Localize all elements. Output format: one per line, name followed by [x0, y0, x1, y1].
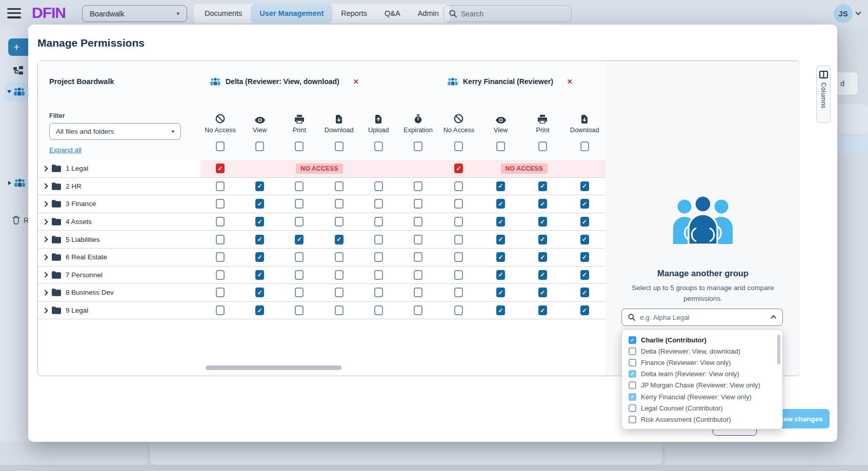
project-selector[interactable]: Boardwalk ▾ — [82, 5, 187, 22]
group-search[interactable] — [621, 309, 783, 326]
select-all-checkbox[interactable] — [255, 141, 264, 151]
permission-checkbox[interactable] — [374, 199, 383, 209]
permission-checkbox[interactable] — [580, 217, 589, 227]
group-search-input[interactable] — [640, 314, 768, 321]
permission-checkbox[interactable] — [335, 235, 344, 244]
option-checkbox[interactable] — [629, 404, 636, 412]
permission-checkbox[interactable] — [295, 235, 304, 244]
permission-checkbox[interactable] — [538, 288, 547, 297]
tab-user-management[interactable]: User Management — [251, 4, 332, 23]
permission-checkbox[interactable] — [255, 199, 264, 209]
select-all-checkbox[interactable] — [454, 141, 463, 151]
permission-checkbox[interactable] — [216, 288, 225, 297]
permission-checkbox[interactable] — [295, 305, 304, 315]
permission-checkbox[interactable] — [216, 252, 225, 262]
permission-checkbox[interactable] — [374, 217, 383, 227]
permission-checkbox[interactable] — [335, 217, 344, 227]
option-checkbox[interactable] — [629, 370, 636, 378]
sidebar-item-selected-group[interactable] — [4, 83, 30, 101]
permission-checkbox[interactable] — [454, 270, 463, 280]
permission-checkbox[interactable] — [255, 270, 264, 280]
expand-all-link[interactable]: Expand all — [49, 146, 82, 154]
chevron-right-icon[interactable] — [42, 201, 48, 207]
permission-checkbox[interactable] — [538, 217, 547, 227]
permission-checkbox[interactable] — [496, 181, 505, 191]
group-option[interactable]: Legal Counsel (Contributor) — [629, 402, 782, 414]
permission-checkbox[interactable] — [255, 217, 264, 227]
avatar[interactable]: JS — [834, 4, 853, 23]
permission-checkbox[interactable] — [295, 252, 304, 262]
chevron-right-icon[interactable] — [42, 308, 48, 313]
permission-checkbox[interactable] — [496, 270, 505, 280]
permission-checkbox[interactable] — [580, 252, 589, 262]
permission-checkbox[interactable] — [496, 252, 505, 262]
option-checkbox[interactable] — [629, 336, 636, 344]
option-checkbox[interactable] — [629, 416, 636, 423]
permission-checkbox[interactable] — [335, 270, 344, 280]
select-all-checkbox[interactable] — [335, 141, 344, 151]
permission-checkbox[interactable] — [538, 235, 547, 244]
permission-checkbox[interactable] — [374, 252, 383, 262]
chevron-right-icon[interactable] — [42, 219, 48, 224]
hamburger-menu-icon[interactable] — [7, 8, 21, 19]
permission-checkbox[interactable] — [454, 288, 463, 297]
permission-checkbox[interactable] — [580, 235, 589, 244]
select-all-checkbox[interactable] — [496, 141, 505, 151]
permission-checkbox[interactable] — [538, 305, 547, 315]
global-search[interactable] — [443, 5, 572, 22]
permission-checkbox[interactable] — [414, 235, 422, 244]
dropdown-scrollbar[interactable] — [777, 335, 780, 364]
select-all-checkbox[interactable] — [538, 141, 547, 151]
group-option[interactable]: Charlie (Contributor) — [629, 334, 782, 345]
permission-checkbox[interactable] — [414, 305, 422, 315]
option-checkbox[interactable] — [629, 359, 636, 366]
permission-checkbox[interactable] — [255, 305, 264, 315]
permission-checkbox[interactable] — [414, 288, 422, 297]
option-checkbox[interactable] — [629, 381, 636, 389]
permission-checkbox[interactable] — [454, 199, 463, 209]
select-all-checkbox[interactable] — [374, 141, 383, 151]
permission-checkbox[interactable] — [580, 288, 589, 297]
remove-group-icon[interactable]: ✕ — [353, 77, 359, 86]
sidebar-item-trash[interactable]: R — [12, 216, 29, 224]
select-all-checkbox[interactable] — [295, 141, 304, 151]
permission-checkbox[interactable] — [216, 270, 225, 280]
group-option[interactable]: Delta (Reviewer: View, download) — [629, 345, 782, 357]
permission-checkbox[interactable] — [454, 181, 463, 191]
permission-checkbox[interactable] — [255, 235, 264, 244]
columns-side-tab[interactable]: Columns — [816, 66, 831, 123]
horizontal-scrollbar[interactable] — [206, 365, 341, 370]
permission-checkbox[interactable] — [414, 181, 422, 191]
permission-checkbox[interactable] — [374, 270, 383, 280]
permission-checkbox[interactable] — [538, 270, 547, 280]
permission-checkbox[interactable] — [454, 305, 463, 315]
search-input[interactable] — [461, 10, 558, 18]
permission-checkbox[interactable] — [454, 252, 463, 262]
permission-checkbox[interactable] — [216, 181, 225, 191]
permission-checkbox[interactable] — [496, 199, 505, 209]
option-checkbox[interactable] — [629, 347, 636, 355]
permission-checkbox[interactable] — [335, 199, 344, 209]
permission-checkbox[interactable] — [414, 270, 422, 280]
tab-qa[interactable]: Q&A — [376, 4, 409, 23]
permission-checkbox[interactable] — [496, 288, 505, 297]
permission-checkbox[interactable] — [295, 199, 304, 209]
remove-group-icon[interactable]: ✕ — [567, 77, 573, 86]
chevron-right-icon[interactable] — [42, 183, 48, 189]
chevron-right-icon[interactable] — [42, 290, 48, 295]
permission-checkbox[interactable] — [255, 288, 264, 297]
permission-checkbox[interactable] — [580, 181, 589, 191]
permission-checkbox[interactable] — [374, 181, 383, 191]
permission-checkbox[interactable] — [295, 217, 304, 227]
permission-checkbox[interactable] — [374, 235, 383, 244]
chevron-down-icon[interactable] — [855, 9, 861, 15]
permission-checkbox[interactable] — [295, 270, 304, 280]
permission-checkbox[interactable] — [335, 288, 344, 297]
permission-checkbox[interactable] — [414, 252, 422, 262]
permission-checkbox[interactable] — [580, 305, 589, 315]
permission-checkbox[interactable] — [255, 252, 264, 262]
permission-checkbox[interactable] — [216, 217, 225, 227]
permission-checkbox[interactable] — [335, 252, 344, 262]
group-option[interactable]: Kerry Financial (Reviewer: View only) — [629, 391, 782, 402]
filter-select[interactable]: All files and folders ▾ — [49, 123, 181, 140]
